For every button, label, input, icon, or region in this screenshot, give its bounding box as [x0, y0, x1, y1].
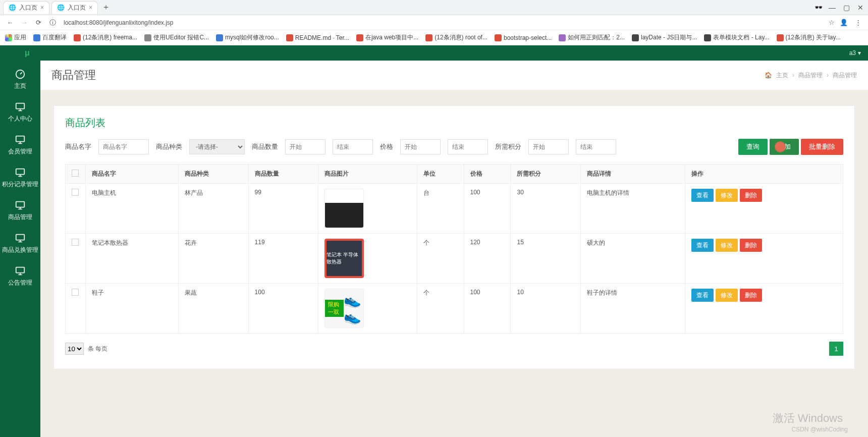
svg-rect-4: [16, 202, 25, 207]
address-bar[interactable]: localhost:8080/jifenguanlixitong/index.j…: [64, 19, 825, 26]
edit-button[interactable]: 修改: [716, 239, 738, 252]
bookmark-item[interactable]: 使用UEditor 报错C...: [144, 33, 209, 42]
view-button[interactable]: 查看: [691, 189, 714, 202]
bookmark-item[interactable]: (12条消息) 关于lay...: [777, 33, 841, 42]
product-panel: 商品列表 商品名字 商品种类 -请选择- 商品数量 价格 所需积分: [53, 105, 855, 369]
edit-button[interactable]: 修改: [716, 189, 738, 202]
edit-button[interactable]: 修改: [716, 289, 738, 302]
app-header: μ a3 ▾: [0, 45, 868, 61]
bookmark-item[interactable]: 如何用正则匹配：2...: [559, 33, 625, 42]
table-row: 鞋子果蔬100限购一双👟👟个10010鞋子的详情查看修改删除: [66, 284, 843, 334]
sidebar-item-members[interactable]: 会员管理: [0, 129, 40, 162]
minimize-icon[interactable]: —: [828, 4, 837, 12]
sidebar-item-home[interactable]: 主页: [0, 64, 40, 96]
cell-qty: 100: [248, 284, 318, 334]
product-table: 商品名字 商品种类 商品数量 商品图片 单位 价格 所需积分 商品详情 操作 电…: [65, 164, 843, 334]
breadcrumb-item[interactable]: 商品管理: [798, 71, 823, 80]
page-size-suffix: 条 每页: [88, 345, 107, 353]
bookmark-item[interactable]: 在java web项目中...: [356, 33, 418, 42]
svg-rect-2: [16, 136, 25, 142]
apps-icon[interactable]: 应用: [5, 33, 26, 42]
select-all-checkbox[interactable]: [72, 170, 79, 177]
filter-points-start[interactable]: [528, 139, 569, 154]
row-checkbox[interactable]: [72, 289, 79, 296]
sidebar-item-points[interactable]: 积分记录管理: [0, 162, 40, 195]
view-button[interactable]: 查看: [691, 289, 714, 302]
monitor-icon: [15, 134, 26, 145]
forward-icon[interactable]: →: [19, 18, 29, 28]
bookmark-item[interactable]: layDate - JS日期与...: [632, 33, 697, 42]
user-menu[interactable]: a3 ▾: [849, 49, 861, 57]
cell-type: 林产品: [179, 184, 249, 234]
bookmarks-bar: 应用 百度翻译 (12条消息) freema... 使用UEditor 报错C.…: [0, 30, 868, 45]
page-size-select[interactable]: 10: [65, 343, 84, 355]
cell-price: 100: [464, 284, 511, 334]
product-image: 笔记本 半导体散热器: [324, 239, 364, 278]
main-content: 商品管理 🏠 主页 › 商品管理 › 商品管理 商品列表 商品名字 商品种类 -…: [40, 61, 868, 437]
breadcrumb-item[interactable]: 主页: [776, 71, 788, 80]
monitor-icon: [15, 265, 26, 277]
col-detail: 商品详情: [580, 165, 685, 184]
filter-name-input[interactable]: [98, 139, 149, 154]
query-button[interactable]: 查询: [738, 139, 768, 155]
sidebar-item-notices[interactable]: 公告管理: [0, 260, 40, 293]
filter-qty-end[interactable]: [333, 139, 373, 154]
col-price: 价格: [464, 165, 511, 184]
svg-rect-1: [16, 103, 25, 109]
bookmark-item[interactable]: README.md · Ter...: [286, 34, 349, 41]
close-icon[interactable]: ×: [89, 4, 92, 11]
bookmark-item[interactable]: bootstrap-select...: [495, 34, 552, 41]
sidebar-item-products[interactable]: 商品管理: [0, 195, 40, 228]
bookmark-item[interactable]: (12条消息) freema...: [74, 33, 137, 42]
cell-type: 果蔬: [179, 284, 249, 334]
delete-button[interactable]: 删除: [740, 239, 762, 252]
filter-bar: 商品名字 商品种类 -请选择- 商品数量 价格 所需积分 查询 添加: [65, 139, 843, 155]
filter-points-end[interactable]: [576, 139, 616, 154]
filter-price-start[interactable]: [400, 139, 441, 154]
cell-detail: 鞋子的详情: [580, 284, 685, 334]
view-button[interactable]: 查看: [691, 239, 714, 252]
cell-unit: 个: [417, 284, 464, 334]
reload-icon[interactable]: ⟳: [33, 18, 43, 28]
close-icon[interactable]: ×: [40, 4, 44, 11]
menu-icon[interactable]: ⋮: [853, 18, 863, 28]
browser-tab[interactable]: 🌐 入口页 ×: [3, 1, 49, 14]
delete-button[interactable]: 删除: [740, 289, 762, 302]
filter-qty-start[interactable]: [285, 139, 326, 154]
sidebar-item-redeem[interactable]: 商品兑换管理: [0, 228, 40, 260]
row-checkbox[interactable]: [72, 239, 79, 246]
browser-tab[interactable]: 🌐 入口页 ×: [51, 1, 98, 14]
sidebar: 主页 个人中心 会员管理 积分记录管理 商品管理 商品兑换管理 公告管理: [0, 61, 40, 437]
back-icon[interactable]: ←: [5, 18, 15, 28]
row-checkbox[interactable]: [72, 189, 79, 196]
gauge-icon: [15, 69, 26, 80]
add-button[interactable]: 添加: [770, 139, 799, 155]
col-type: 商品种类: [179, 165, 249, 184]
bulk-delete-button[interactable]: 批量删除: [801, 139, 843, 155]
filter-type-select[interactable]: -请选择-: [189, 139, 245, 154]
filter-price-end[interactable]: [448, 139, 488, 154]
cell-name: 笔记本散热器: [86, 234, 179, 284]
delete-button[interactable]: 删除: [740, 189, 762, 202]
maximize-icon[interactable]: ▢: [842, 4, 851, 12]
new-tab-button[interactable]: ＋: [100, 2, 112, 14]
profile-icon[interactable]: 👤: [839, 18, 849, 28]
star-icon[interactable]: ☆: [829, 19, 835, 26]
bookmark-item[interactable]: (12条消息) root of...: [425, 33, 487, 42]
close-window-icon[interactable]: ✕: [856, 4, 865, 12]
monitor-icon: [15, 101, 26, 113]
page-number[interactable]: 1: [829, 342, 843, 356]
info-icon[interactable]: ⓘ: [47, 18, 58, 28]
filter-qty-label: 商品数量: [252, 142, 278, 151]
cell-unit: 台: [417, 184, 464, 234]
page-header: 商品管理 🏠 主页 › 商品管理 › 商品管理: [40, 61, 868, 90]
product-image: [324, 189, 364, 228]
bookmark-item[interactable]: mysql如何修改roo...: [216, 33, 279, 42]
table-row: 笔记本散热器花卉119笔记本 半导体散热器个12015硕大的查看修改删除: [66, 234, 843, 284]
bookmark-item[interactable]: 百度翻译: [33, 33, 67, 42]
svg-rect-3: [16, 169, 25, 175]
bookmark-item[interactable]: 表单模块文档 - Lay...: [704, 33, 769, 42]
sidebar-item-profile[interactable]: 个人中心: [0, 96, 40, 129]
col-points: 所需积分: [511, 165, 581, 184]
monitor-icon: [15, 167, 26, 178]
